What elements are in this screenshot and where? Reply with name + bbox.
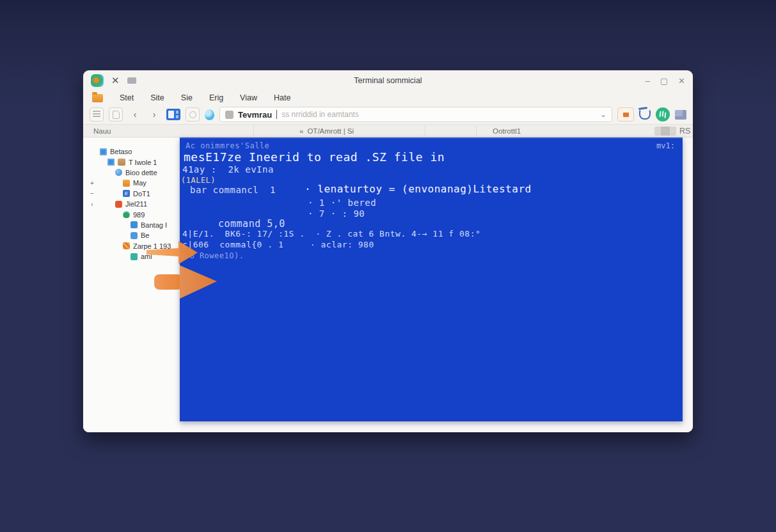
menubar: Stet Site Sie Erig Viaw Hate: [83, 91, 693, 105]
close-button[interactable]: ✕: [678, 77, 685, 85]
tree-item-be[interactable]: Be: [83, 230, 180, 240]
text-caret: [276, 110, 277, 119]
column-modified[interactable]: Ootrottl1: [493, 127, 521, 135]
folder-icon: [92, 94, 103, 102]
tree-item-dot1[interactable]: − E DoT1: [83, 189, 180, 199]
computer-panel-icon[interactable]: [166, 109, 180, 120]
column-size[interactable]: RS: [679, 127, 690, 136]
column-header-row: Nauu « OT/Amrott | Si Ootrottl1 RS: [83, 124, 693, 137]
menu-viaw[interactable]: Viaw: [240, 93, 257, 102]
tree-item-989[interactable]: 989: [83, 209, 180, 219]
file-manager-window: ✕ Terminal sommicial – ▢ ✕ Stet Site Sie…: [83, 70, 693, 432]
menu-hate[interactable]: Hate: [274, 93, 290, 102]
menu-stet[interactable]: Stet: [120, 93, 134, 102]
terminal-corner-label: mv1:: [656, 141, 675, 150]
content-area: Betaso T Iwole 1 Bioo dette + May − E Do…: [83, 137, 693, 432]
tree-item-zarpe[interactable]: Zarpe 1 193: [83, 241, 180, 251]
record-button[interactable]: [186, 107, 200, 121]
terminal-pane[interactable]: mv1: Ac onimmres'Salle mesE17ze Ineerid …: [180, 137, 683, 421]
column-path[interactable]: « OT/Amrott | Si: [299, 127, 354, 135]
list-icon: [93, 111, 100, 118]
column-divider: [476, 126, 477, 136]
tree-item-aml[interactable]: aml: [83, 251, 180, 262]
column-path-label: OT/Amrott | Si: [307, 127, 354, 135]
tree-item-jiel211[interactable]: ‹ Jiel211: [83, 199, 180, 209]
sidebar-tree: Betaso T Iwole 1 Bioo dette + May − E Do…: [83, 137, 180, 432]
terminal-line: o 6 Rowee1O).: [180, 251, 244, 260]
blue-square-icon: [100, 148, 107, 155]
orange-folder-icon: [123, 180, 130, 187]
blue-dot-icon: [131, 232, 138, 239]
terminal-line: · lenaturtoy = (envonanag)Litestard: [305, 183, 532, 195]
column-divider: [253, 126, 254, 136]
forward-button[interactable]: ›: [147, 107, 161, 121]
chevron-left-icon: «: [299, 127, 303, 135]
menu-sie[interactable]: Sie: [181, 93, 193, 102]
tree-item-betaso[interactable]: Betaso: [83, 146, 180, 157]
minimize-button[interactable]: –: [645, 77, 650, 85]
red-app-icon: [115, 201, 122, 208]
scrollbar-thumb[interactable]: [654, 127, 676, 136]
titlebar: ✕ Terminal sommicial – ▢ ✕: [83, 70, 693, 91]
window-tile-icon[interactable]: [675, 110, 686, 120]
toolbar: ‹ › Tevmrau ss nrriddid in eamtants ⌄: [83, 105, 693, 124]
blue-e-icon: E: [123, 190, 130, 197]
circle-icon: [189, 111, 196, 118]
teal-square-icon: [131, 253, 138, 260]
back-button[interactable]: ‹: [128, 107, 142, 121]
column-divider: [425, 126, 425, 136]
expand-plus-icon[interactable]: +: [89, 180, 95, 187]
globe-icon: [115, 169, 122, 176]
terminal-line: · 7 · : 90: [308, 208, 365, 219]
tree-item-biodette[interactable]: Bioo dette: [83, 168, 180, 178]
new-page-button[interactable]: [109, 107, 123, 121]
stop-icon: [623, 113, 629, 117]
chevron-icon[interactable]: ‹: [89, 201, 95, 208]
orange-striped-icon: [123, 242, 130, 249]
terminal-line: command 5,0: [218, 218, 285, 230]
terminal-line: · 1 ·' bered: [308, 198, 376, 208]
tree-item-iwole[interactable]: T Iwole 1: [83, 157, 180, 167]
page-icon: [113, 111, 120, 119]
address-hint: ss nrriddid in eamtants: [281, 110, 359, 119]
tan-folder-icon: [118, 159, 125, 166]
tree-item-bantag[interactable]: Bantag I: [83, 220, 180, 230]
collapse-minus-icon[interactable]: −: [89, 190, 95, 197]
terminal-line: 41ay : 2k evIna: [182, 164, 274, 175]
terminal-line: bar commancl 1: [190, 185, 276, 195]
list-view-button[interactable]: [90, 107, 104, 121]
refresh-icon[interactable]: [639, 109, 651, 120]
menu-erig[interactable]: Erig: [209, 93, 223, 102]
maximize-button[interactable]: ▢: [660, 77, 668, 85]
balloon-icon[interactable]: [205, 109, 214, 120]
blue-square-icon: [107, 159, 115, 166]
stop-button[interactable]: [617, 107, 634, 121]
status-avatar-icon[interactable]: [656, 107, 670, 121]
window-title: Terminal sommicial: [83, 76, 693, 85]
address-value: Tevmrau: [238, 110, 272, 120]
terminal-line: Ac onimmres'Salle: [186, 141, 269, 150]
terminal-line: c|606 commal{0 . 1 · aclar: 980: [182, 240, 374, 249]
address-dropdown-chevron-icon[interactable]: ⌄: [600, 110, 606, 119]
terminal-line: mesE17ze Ineerid to read .SZ file in: [184, 150, 445, 164]
terminal-line: 4|E/1. BK6-: 17/ :1S . · Z . cat 6 Bntw.…: [182, 229, 480, 239]
address-bar[interactable]: Tevmrau ss nrriddid in eamtants ⌄: [219, 107, 612, 122]
menu-site[interactable]: Site: [150, 93, 164, 102]
blue-doc-icon: [131, 221, 138, 228]
tree-item-may[interactable]: + May: [83, 178, 180, 188]
address-drive-icon: [225, 111, 234, 119]
terminal-line: (1ALEL): [181, 176, 216, 185]
sprout-icon: [123, 211, 130, 218]
column-name[interactable]: Nauu: [93, 127, 111, 135]
